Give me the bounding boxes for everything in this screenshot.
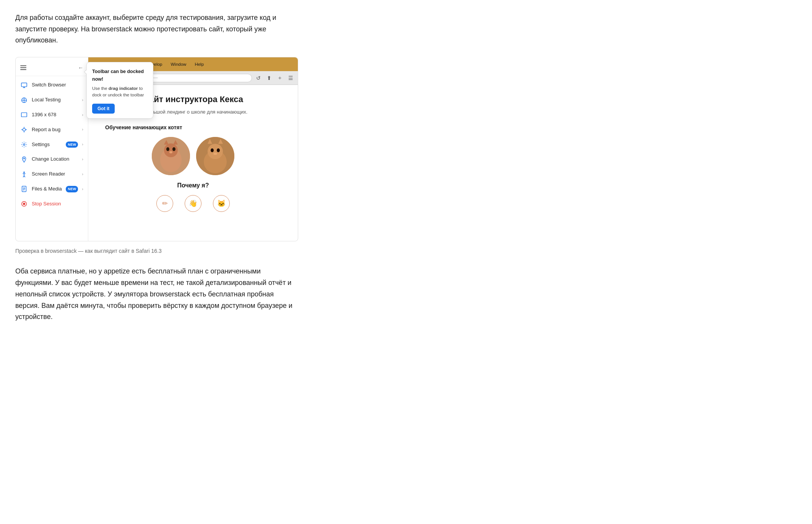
reload-btn[interactable]: ↺ xyxy=(254,74,263,82)
file-icon xyxy=(20,185,28,193)
tooltip-body: Use the drag indicator to dock or undock… xyxy=(92,85,148,99)
chevron-icon: › xyxy=(82,97,83,104)
sidebar-label-settings: Settings xyxy=(32,141,62,149)
svg-point-32 xyxy=(211,148,214,152)
sidebar: ← Switch Browser xyxy=(16,57,88,241)
sidebar-label-switch-browser: Switch Browser xyxy=(32,81,83,89)
cat-image-2 xyxy=(196,137,234,175)
svg-point-12 xyxy=(23,144,25,146)
sidebar-header: ← xyxy=(16,60,88,76)
svg-point-14 xyxy=(24,172,25,173)
monitor-icon xyxy=(20,81,28,89)
intro-paragraph: Для работы создайте аккаунт, выберите ср… xyxy=(15,12,298,46)
cat-image-1 xyxy=(152,137,190,175)
bottom-icon-2: 👋 xyxy=(185,195,201,212)
sidebar-label-change-location: Change Location xyxy=(32,155,78,163)
dock-tooltip: Toolbar can be docked now! Use the drag … xyxy=(86,62,153,119)
sidebar-item-local-testing[interactable]: Local Testing › xyxy=(16,93,88,107)
sidebar-back-arrow[interactable]: ← xyxy=(78,63,83,72)
chevron-icon-5: › xyxy=(82,156,83,163)
got-it-button[interactable]: Got it xyxy=(92,104,115,114)
svg-point-31 xyxy=(208,144,223,159)
bottom-icons-row: ✏ 👋 🐱 xyxy=(156,195,230,212)
sidebar-btn[interactable]: ☰ xyxy=(286,74,295,82)
menu-window[interactable]: Window xyxy=(169,60,188,69)
bottom-icon-3: 🐱 xyxy=(213,195,230,212)
svg-point-23 xyxy=(164,143,178,157)
sidebar-item-files-media[interactable]: Files & Media New › xyxy=(16,182,88,197)
new-badge-files: New xyxy=(66,186,78,192)
sidebar-label-screen-reader: Screen Reader xyxy=(32,170,78,178)
chevron-icon-6: › xyxy=(82,171,83,178)
new-badge-settings: New xyxy=(66,142,78,148)
chevron-icon-2: › xyxy=(82,112,83,119)
tools-icon xyxy=(20,96,28,104)
accessibility-icon xyxy=(20,171,28,178)
new-tab-btn[interactable]: ＋ xyxy=(276,74,284,82)
svg-point-24 xyxy=(166,147,169,151)
svg-point-26 xyxy=(169,151,172,153)
menu-help[interactable]: Help xyxy=(193,60,205,69)
bottom-paragraph: Оба сервиса платные, но у appetize есть … xyxy=(15,266,298,322)
site-title: Сайт инструктора Кекса xyxy=(143,93,243,106)
stop-session-icon xyxy=(20,200,28,208)
sidebar-item-change-location[interactable]: Change Location › xyxy=(16,152,88,167)
cats-images-row xyxy=(152,137,234,175)
sidebar-label-resolution: 1396 x 678 xyxy=(32,111,78,119)
site-why-title: Почему я? xyxy=(177,181,209,190)
svg-point-7 xyxy=(23,129,25,131)
svg-rect-0 xyxy=(21,83,27,87)
svg-point-36 xyxy=(213,153,217,155)
svg-point-33 xyxy=(217,148,220,152)
site-section-title: Обучение начинающих котят xyxy=(97,123,182,132)
location-icon xyxy=(20,156,28,163)
bottom-icon-1: ✏ xyxy=(156,195,173,212)
sidebar-item-report-bug[interactable]: Report a bug › xyxy=(16,122,88,137)
settings-icon xyxy=(20,141,28,148)
chevron-icon-7: › xyxy=(82,186,83,193)
sidebar-item-switch-browser[interactable]: Switch Browser xyxy=(16,78,88,93)
sidebar-label-report-bug: Report a bug xyxy=(32,126,78,134)
sidebar-item-resolution[interactable]: 1396 x 678 › xyxy=(16,107,88,122)
svg-point-25 xyxy=(172,147,175,151)
chevron-icon-4: › xyxy=(82,141,83,148)
tooltip-title: Toolbar can be docked now! xyxy=(92,68,148,83)
bug-icon xyxy=(20,126,28,133)
sidebar-item-settings[interactable]: Settings New › xyxy=(16,137,88,152)
sidebar-label-stop-session: Stop Session xyxy=(32,200,83,208)
sidebar-item-stop-session[interactable]: Stop Session xyxy=(16,197,88,212)
sidebar-item-screen-reader[interactable]: Screen Reader › xyxy=(16,167,88,182)
share-btn[interactable]: ⬆ xyxy=(265,74,273,82)
screenshot-container: ← Switch Browser xyxy=(15,57,298,241)
hamburger-menu[interactable] xyxy=(20,65,26,70)
resize-icon xyxy=(20,111,28,119)
site-subtitle: Небольшой лендинг о школе для начинающих… xyxy=(139,108,248,116)
svg-rect-6 xyxy=(21,113,27,117)
chevron-icon-3: › xyxy=(82,126,83,133)
sidebar-label-files-media: Files & Media xyxy=(32,185,62,193)
svg-rect-20 xyxy=(23,203,25,205)
svg-point-13 xyxy=(24,158,25,159)
screenshot-caption: Проверка в browserstack — как выглядит с… xyxy=(15,247,298,255)
sidebar-label-local-testing: Local Testing xyxy=(32,96,78,104)
